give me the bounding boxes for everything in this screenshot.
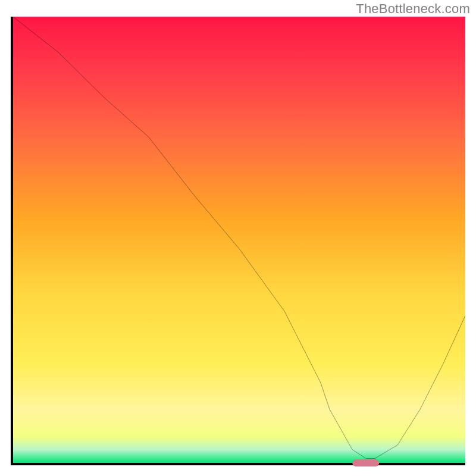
optimal-range-marker [352,459,380,466]
plot-area [11,17,465,465]
bottleneck-curve [13,17,465,463]
chart-container: TheBottleneck.com [0,0,476,476]
watermark-label: TheBottleneck.com [356,1,470,17]
